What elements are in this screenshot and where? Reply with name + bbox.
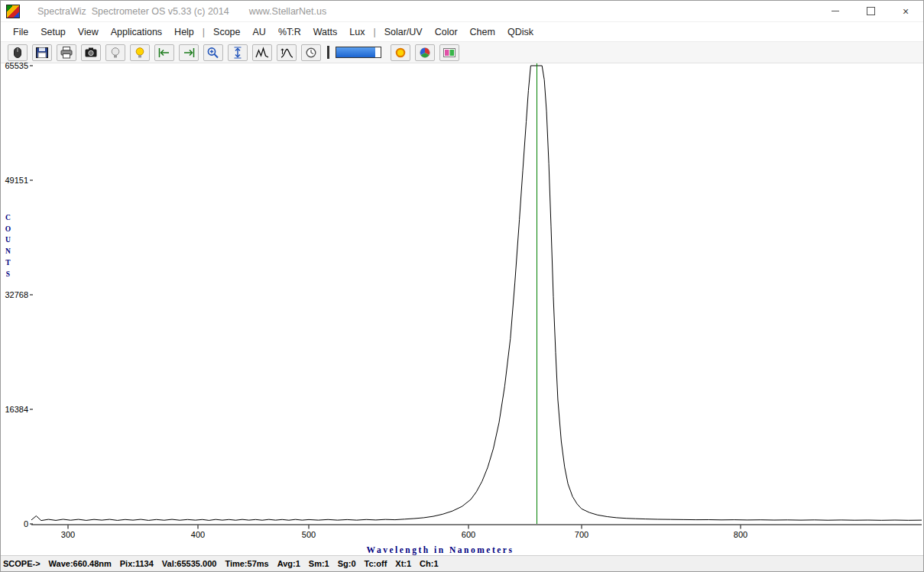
- peak-up-button[interactable]: [277, 44, 297, 61]
- status-signal-gain: Sg:0: [338, 559, 356, 568]
- status-x-timing: Xt:1: [395, 559, 411, 568]
- color-wheel-icon: [417, 46, 433, 60]
- close-icon: ×: [903, 5, 909, 18]
- camera-button[interactable]: [81, 44, 101, 61]
- menu-item-watts[interactable]: Watts: [307, 27, 343, 37]
- autoscale-button[interactable]: [228, 44, 248, 61]
- minimize-button[interactable]: [818, 1, 853, 21]
- y-axis-label-letter: N: [3, 246, 13, 257]
- slider-handle[interactable]: [327, 46, 329, 59]
- menu-item-scope[interactable]: Scope: [207, 27, 246, 37]
- bulb-on-button[interactable]: [130, 44, 150, 61]
- vendor-website-link[interactable]: www.StellarNet.us: [249, 6, 326, 17]
- status-wavelength: Wave:660.48nm: [49, 559, 112, 568]
- menu-item-au[interactable]: AU: [247, 27, 272, 37]
- bulb-off-icon: [107, 46, 124, 60]
- window-controls: ×: [818, 1, 923, 21]
- menu-separator: |: [371, 27, 378, 37]
- spectrum-peaks-button[interactable]: [252, 44, 272, 61]
- zoom-in-button[interactable]: [203, 44, 223, 61]
- signal-meter-fill: [336, 47, 375, 57]
- mouse-button[interactable]: [8, 44, 28, 61]
- status-temp-comp: Tc:off: [365, 559, 387, 568]
- sun-icon: [392, 46, 409, 60]
- cursor-right-button[interactable]: [179, 44, 199, 61]
- autoscale-icon: [229, 46, 246, 60]
- menu-item-qdisk[interactable]: QDisk: [501, 27, 540, 37]
- status-averages: Avg:1: [277, 559, 300, 568]
- status-value: Val:65535.000: [162, 559, 217, 568]
- print-button[interactable]: [57, 44, 76, 61]
- spectrum-peaks-icon: [254, 46, 271, 60]
- spectrawiz-window: { "window": { "app_name": "SpectraWiz", …: [0, 0, 924, 572]
- mouse-icon: [9, 46, 26, 60]
- spectrum-plot[interactable]: [1, 61, 923, 556]
- print-icon: [58, 46, 75, 60]
- y-axis-label-letter: U: [3, 234, 13, 246]
- save-button[interactable]: [32, 44, 52, 61]
- menu-item-view[interactable]: View: [72, 27, 105, 37]
- menu-item-lux[interactable]: Lux: [343, 27, 371, 37]
- app-version: Spectrometer OS v5.33 (c) 2014: [92, 6, 229, 17]
- maximize-button[interactable]: [853, 1, 888, 21]
- cursor-left-button[interactable]: [154, 44, 174, 61]
- palette-button[interactable]: [439, 44, 459, 61]
- menu-item-help[interactable]: Help: [168, 27, 200, 37]
- status-bar: SCOPE->Wave:660.48nmPix:1134Val:65535.00…: [1, 555, 923, 571]
- save-icon: [34, 46, 50, 60]
- y-axis-label-letter: T: [3, 257, 13, 269]
- menu-separator: |: [200, 27, 207, 37]
- minimize-icon: [832, 11, 839, 11]
- time-clock-icon: [303, 46, 319, 60]
- menu-item-setup[interactable]: Setup: [34, 27, 72, 37]
- x-axis-label: Wavelength in Nanometers: [1, 545, 880, 554]
- app-name: SpectraWiz: [37, 6, 86, 17]
- sun-button[interactable]: [391, 44, 410, 61]
- cursor-left-icon: [156, 46, 173, 60]
- maximize-icon: [867, 7, 875, 15]
- menu-item-solar-uv[interactable]: Solar/UV: [378, 27, 429, 37]
- peak-up-icon: [278, 46, 295, 60]
- bulb-on-icon: [131, 46, 148, 60]
- y-axis-label: COUNTS: [3, 212, 13, 280]
- toolbar: [1, 41, 923, 63]
- app-icon: [6, 5, 20, 18]
- zoom-in-icon: [205, 46, 222, 60]
- bulb-off-button[interactable]: [105, 44, 125, 61]
- y-axis-label-letter: S: [3, 269, 13, 280]
- y-axis-label-letter: C: [3, 212, 13, 224]
- status-smoothing: Sm:1: [309, 559, 329, 568]
- menu-item-chem[interactable]: Chem: [464, 27, 501, 37]
- status-mode: SCOPE->: [3, 559, 41, 568]
- signal-meter: [336, 47, 381, 58]
- menu-item--t-r[interactable]: %T:R: [272, 27, 307, 37]
- window-title: SpectraWiz Spectrometer OS v5.33 (c) 201…: [27, 0, 229, 27]
- color-wheel-button[interactable]: [415, 44, 435, 61]
- menu-item-color[interactable]: Color: [429, 27, 464, 37]
- status-integration-time: Time:57ms: [225, 559, 268, 568]
- menu-item-file[interactable]: File: [7, 27, 34, 37]
- status-pixel: Pix:1134: [120, 559, 154, 568]
- status-channel: Ch:1: [420, 559, 438, 568]
- close-button[interactable]: ×: [888, 1, 923, 21]
- title-bar: SpectraWiz Spectrometer OS v5.33 (c) 201…: [1, 1, 923, 22]
- time-clock-button[interactable]: [301, 44, 321, 61]
- palette-icon: [441, 46, 458, 60]
- menu-item-applications[interactable]: Applications: [105, 27, 168, 37]
- cursor-right-icon: [180, 46, 197, 60]
- y-axis-label-letter: O: [3, 224, 13, 235]
- camera-icon: [83, 46, 99, 60]
